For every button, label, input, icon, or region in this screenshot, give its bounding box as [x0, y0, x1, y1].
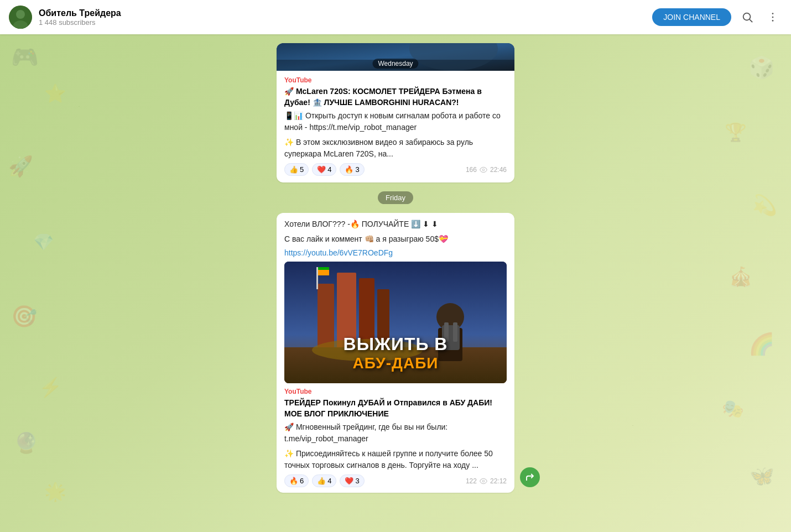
message1-time: 22:46: [490, 166, 507, 174]
video-title-line1: ВЫЖИТЬ В: [284, 334, 507, 354]
message2-link[interactable]: https://youtu.be/6vVE7ROeDFg: [284, 248, 507, 257]
friday-label: Friday: [378, 191, 413, 204]
svg-point-5: [772, 13, 774, 14]
message1-title: 🚀 McLaren 720S: КОСМОЛЕТ ТРЕЙДЕРА Бэтмен…: [284, 86, 507, 108]
svg-point-11: [482, 169, 485, 171]
message2-reactions: 🔥 6 👍 4 ❤️ 3: [284, 474, 365, 487]
search-icon: [741, 11, 753, 23]
message1-footer: 👍 5 ❤️ 4 🔥 3 166 22:46: [284, 163, 507, 176]
message2-views: 122: [466, 477, 477, 485]
message2: Хотели ВЛОГ??? -🔥 ПОЛУЧАЙТЕ ⬇️ ⬇ ⬇ С вас…: [277, 213, 514, 493]
wednesday-label: Wednesday: [372, 59, 418, 69]
video-thumbnail-2: ВЫЖИТЬ В АБУ-ДАБИ: [284, 262, 507, 383]
message2-line1: Хотели ВЛОГ??? -🔥 ПОЛУЧАЙТЕ ⬇️ ⬇ ⬇: [284, 218, 507, 230]
reaction-heart[interactable]: ❤️ 4: [312, 163, 336, 176]
channel-subscribers: 1 448 subscribers: [39, 18, 652, 27]
channel-header: Обитель Трейдера 1 448 subscribers JOIN …: [0, 0, 791, 34]
message2-time: 22:12: [490, 477, 507, 485]
svg-point-27: [482, 480, 485, 482]
message2-title: ТРЕЙДЕР Покинул ДУБАЙ и Отправился в АБУ…: [284, 398, 507, 419]
svg-point-1: [16, 10, 25, 19]
message-wednesday: Wednesday YouTube 🚀 McLaren 720S: КОСМОЛ…: [277, 43, 514, 182]
svg-point-7: [772, 20, 774, 22]
reaction-thumbsup-2[interactable]: 👍 4: [312, 474, 336, 487]
more-options-button[interactable]: [763, 8, 782, 27]
eye-icon: [480, 166, 487, 174]
header-actions: JOIN CHANNEL: [652, 8, 782, 27]
message1-content: YouTube 🚀 McLaren 720S: КОСМОЛЕТ ТРЕЙДЕР…: [277, 71, 514, 182]
message2-footer: 🔥 6 👍 4 ❤️ 3 122 22:12: [284, 474, 507, 487]
messages-list: Wednesday YouTube 🚀 McLaren 720S: КОСМОЛ…: [0, 34, 791, 504]
svg-point-3: [743, 13, 751, 20]
youtube-badge-1: YouTube: [284, 76, 507, 84]
channel-avatar: [9, 6, 32, 29]
forward-button[interactable]: [520, 467, 540, 487]
video-overlay: ВЫЖИТЬ В АБУ-ДАБИ: [284, 334, 507, 372]
search-button[interactable]: [738, 8, 757, 27]
chat-content: Wednesday YouTube 🚀 McLaren 720S: КОСМОЛ…: [0, 0, 791, 532]
message1-meta: 166 22:46: [466, 166, 507, 174]
svg-line-4: [750, 19, 752, 22]
reaction-thumbsup[interactable]: 👍 5: [284, 163, 309, 176]
channel-info: Обитель Трейдера 1 448 subscribers: [39, 8, 652, 27]
join-channel-button[interactable]: JOIN CHANNEL: [652, 8, 731, 26]
channel-name: Обитель Трейдера: [39, 8, 652, 18]
reaction-heart-2[interactable]: ❤️ 3: [340, 474, 364, 487]
video-thumbnail-partial: Wednesday: [277, 43, 514, 71]
eye-icon-2: [480, 477, 487, 485]
reaction-fire-2[interactable]: 🔥 6: [284, 474, 309, 487]
message2-text2: ✨ Присоединяйтесь к нашей группе и получ…: [284, 448, 507, 471]
forward-icon: [525, 472, 535, 482]
reaction-fire[interactable]: 🔥 3: [340, 163, 364, 176]
message2-text1: 🚀 Мгновенный трейдинг, где бы вы ни были…: [284, 421, 507, 445]
more-icon: [767, 11, 779, 23]
friday-separator: Friday: [378, 191, 413, 204]
message2-wrapper: Хотели ВЛОГ??? -🔥 ПОЛУЧАЙТЕ ⬇️ ⬇ ⬇ С вас…: [277, 211, 514, 495]
message1-description: ✨ В этом эксклюзивном видео я забираюсь …: [284, 137, 507, 160]
message1-reactions: 👍 5 ❤️ 4 🔥 3: [284, 163, 365, 176]
message1-text: 📱📊 Открыть доступ к новым сигналам робот…: [284, 110, 507, 133]
svg-point-6: [772, 17, 774, 18]
svg-rect-17: [316, 267, 318, 289]
svg-rect-19: [318, 267, 329, 270]
message1-views: 166: [466, 166, 477, 174]
message2-meta: 122 22:12: [466, 477, 507, 485]
video-title-line2: АБУ-ДАБИ: [284, 354, 507, 372]
message2-line2: С вас лайк и коммент 👊🏼 а я разыграю 50$…: [284, 233, 507, 245]
youtube-badge-2: YouTube: [284, 388, 507, 395]
